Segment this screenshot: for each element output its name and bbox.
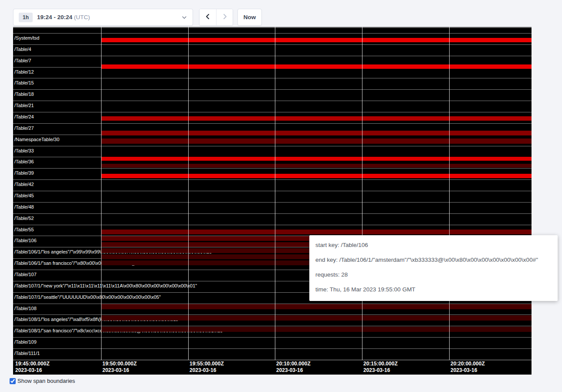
span-row-label: /NamespaceTable/30	[13, 137, 59, 142]
show-span-boundaries-control: Show span boundaries	[10, 378, 75, 384]
span-row-label: /Table/36	[13, 159, 34, 165]
time-range-dropdown[interactable]: 1h 19:24 - 20:24 (UTC)	[13, 9, 193, 26]
tooltip-line: time: Thu, 16 Mar 2023 19:55:00 GMT	[315, 286, 552, 293]
tooltip-line: requests: 28	[315, 271, 552, 278]
span-row-label: /Table/55	[13, 227, 34, 233]
x-axis-tick: 20:20:00.000Z2023-03-16	[449, 361, 485, 373]
x-axis-tick-date: 2023-03-16	[102, 367, 137, 373]
time-window-badge: 1h	[19, 13, 33, 22]
span-row-label: /Table/18	[13, 91, 34, 97]
span-row-label: /Table/45	[13, 193, 34, 199]
chevron-right-icon	[221, 13, 228, 21]
time-gridline	[188, 27, 189, 360]
span-row-label: /Table/4	[13, 47, 31, 52]
span-row[interactable]: /Table/15	[13, 78, 532, 89]
x-axis-tick: 19:45:00.000Z2023-03-16	[14, 361, 50, 373]
timezone-label: (UTC)	[74, 14, 90, 20]
span-row-label: /Table/108	[13, 306, 37, 311]
time-range-label: 19:24 - 20:24 (UTC)	[37, 14, 90, 20]
span-row-label: /Table/21	[13, 103, 34, 108]
span-row-label: /Table/106	[13, 238, 37, 243]
chevron-down-icon	[181, 14, 187, 20]
x-axis-tick-time: 20:10:00.000Z	[276, 361, 311, 367]
hover-tooltip: start key: /Table/106end key: /Table/106…	[309, 235, 558, 301]
tooltip-line: end key: /Table/106/1/"amsterdam"/"\xb33…	[315, 256, 552, 264]
heat-band[interactable]	[102, 131, 532, 135]
span-row-label: /Table/42	[13, 182, 34, 187]
span-boundary-top-line	[13, 27, 532, 28]
span-row[interactable]: /Table/45	[13, 191, 532, 202]
heat-band[interactable]	[102, 116, 532, 121]
span-row[interactable]: /Table/42	[13, 179, 532, 191]
time-range-value: 19:24 - 20:24	[37, 14, 72, 20]
x-axis-tick-date: 2023-03-16	[450, 367, 485, 373]
span-row[interactable]: /Table/111/1	[13, 348, 532, 360]
heat-band[interactable]	[102, 304, 532, 309]
heat-band[interactable]	[102, 64, 532, 69]
span-row[interactable]: /Table/4	[13, 44, 532, 56]
heat-band[interactable]	[102, 164, 532, 168]
span-row-label: /Table/24	[13, 114, 34, 120]
span-row-label: /Table/109	[13, 339, 37, 345]
span-row-label: /Table/12	[13, 69, 34, 75]
show-span-boundaries-label: Show span boundaries	[17, 378, 75, 384]
time-nav-group	[199, 9, 233, 26]
span-row-label: /Table/107/1/"seattle"/"UUUUUUD\x00\x80\…	[13, 294, 161, 300]
chevron-left-icon	[204, 13, 211, 21]
time-gridline	[275, 27, 275, 360]
heat-band[interactable]	[102, 139, 532, 144]
key-visualizer-canvas[interactable]: /System/tsd/Table/4/Table/7/Table/12/Tab…	[13, 27, 532, 375]
span-row[interactable]: /Table/109	[13, 337, 532, 348]
span-row[interactable]: /Table/18	[13, 89, 532, 101]
prev-time-button[interactable]	[200, 9, 216, 25]
time-gridline	[449, 27, 450, 360]
x-axis-tick-date: 2023-03-16	[363, 367, 398, 373]
span-boundary-bottom-line	[13, 360, 532, 360]
heat-band[interactable]	[102, 157, 532, 161]
heat-band[interactable]	[102, 315, 532, 321]
x-axis-tick-time: 19:50:00.000Z	[102, 361, 137, 367]
x-axis-tick-date: 2023-03-16	[15, 367, 50, 373]
heat-band[interactable]	[102, 38, 532, 42]
span-row-label: /Table/48	[13, 204, 34, 210]
span-row-label: /System/tsd	[13, 35, 39, 41]
x-axis-tick-date: 2023-03-16	[190, 367, 224, 373]
span-row-label: /Table/107/1/"new york"/"\x11\x11\x11\x1…	[13, 283, 197, 289]
x-axis-tick-time: 20:15:00.000Z	[363, 361, 398, 367]
span-row-label: /Table/27	[13, 125, 34, 131]
show-span-boundaries-checkbox[interactable]	[10, 378, 16, 384]
time-gridline	[362, 27, 362, 360]
span-row-label: /Table/52	[13, 216, 34, 221]
span-row[interactable]: /Table/21	[13, 101, 532, 112]
x-axis-tick: 20:10:00.000Z2023-03-16	[275, 361, 311, 373]
span-row-label: /Table/15	[13, 80, 34, 86]
span-row[interactable]: /Table/52	[13, 213, 532, 225]
span-row-label: /Table/111/1	[13, 351, 40, 356]
heat-band[interactable]	[102, 230, 532, 234]
x-axis-tick-date: 2023-03-16	[276, 367, 311, 373]
span-row-label: /Table/33	[13, 148, 34, 154]
span-row-label: /Table/107	[13, 272, 37, 277]
span-row-label: /Table/39	[13, 170, 34, 176]
span-row-label: /Table/7	[13, 58, 31, 64]
span-row[interactable]: /Table/33	[13, 146, 532, 157]
span-row[interactable]: /Table/48	[13, 202, 532, 213]
time-gridline	[101, 27, 102, 360]
x-axis-tick-time: 19:45:00.000Z	[15, 361, 50, 367]
x-axis-tick: 20:15:00.000Z2023-03-16	[362, 361, 398, 373]
heat-band[interactable]	[102, 327, 532, 332]
x-axis-tick: 19:55:00.000Z2023-03-16	[188, 361, 224, 373]
x-axis-tick-time: 20:20:00.000Z	[450, 361, 485, 367]
x-axis-tick: 19:50:00.000Z2023-03-16	[101, 361, 137, 373]
x-axis-tick-time: 19:55:00.000Z	[190, 361, 224, 367]
next-time-button[interactable]	[216, 9, 233, 25]
heat-band[interactable]	[102, 174, 532, 178]
tooltip-line: start key: /Table/106	[315, 241, 552, 249]
now-button[interactable]: Now	[237, 9, 262, 26]
